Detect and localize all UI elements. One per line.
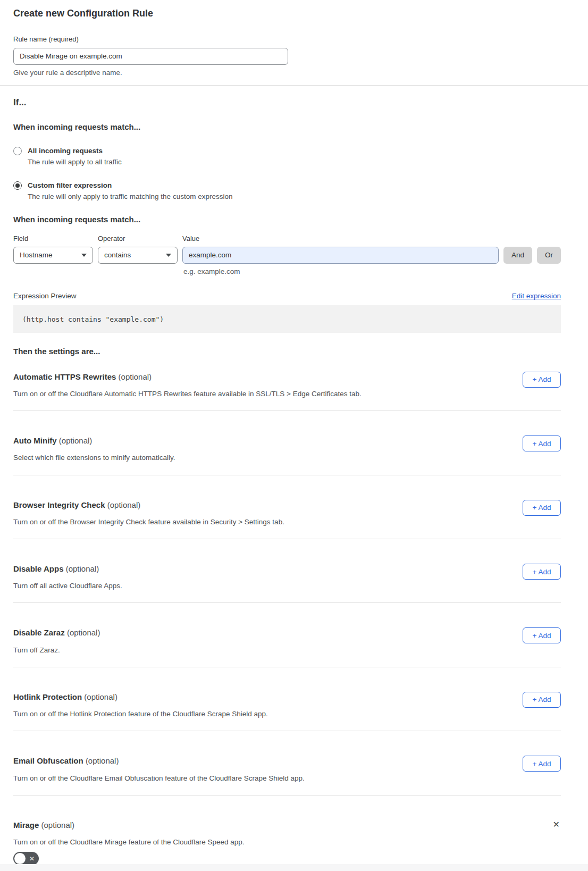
radio-button-selected-icon[interactable] — [13, 181, 22, 190]
radio-label: All incoming requests — [28, 146, 122, 156]
radio-button-icon[interactable] — [13, 147, 22, 155]
setting-optional-label: (optional) — [84, 692, 117, 701]
rule-name-input[interactable]: Disable Mirage on example.com — [13, 48, 288, 65]
settings-list: Automatic HTTPS Rewrites (optional) Turn… — [13, 357, 561, 795]
value-label: Value — [182, 234, 499, 244]
toggle-knob — [14, 853, 26, 864]
value-input[interactable]: example.com — [182, 247, 499, 264]
edit-expression-link[interactable]: Edit expression — [512, 291, 561, 301]
rule-name-help: Give your rule a descriptive name. — [13, 68, 561, 78]
match-heading: When incoming requests match... — [13, 122, 561, 132]
setting-title: Disable Apps — [13, 564, 63, 573]
radio-description: The rule will apply to all traffic — [28, 157, 122, 167]
setting-title: Email Obfuscation — [13, 756, 83, 765]
section-divider — [0, 85, 588, 86]
add-setting-button[interactable]: + Add — [523, 436, 561, 451]
add-setting-button[interactable]: + Add — [523, 756, 561, 772]
or-button[interactable]: Or — [537, 247, 561, 264]
setting-row: Automatic HTTPS Rewrites (optional) Turn… — [13, 357, 561, 411]
setting-title: Automatic HTTPS Rewrites — [13, 372, 116, 381]
field-select-value: Hostname — [20, 250, 53, 260]
rule-name-value: Disable Mirage on example.com — [20, 52, 122, 61]
rule-name-label: Rule name (required) — [13, 35, 561, 44]
setting-description: Turn off Zaraz. — [13, 646, 471, 655]
expression-builder-row: Field Hostname Operator contains Value e… — [13, 234, 561, 264]
operator-label: Operator — [98, 234, 178, 244]
page-title: Create new Configuration Rule — [13, 0, 561, 20]
expression-preview-code: (http.host contains "example.com") — [22, 315, 164, 324]
expression-preview-box: (http.host contains "example.com") — [13, 305, 561, 333]
add-setting-button[interactable]: + Add — [523, 500, 561, 516]
radio-description: The rule will only apply to traffic matc… — [28, 192, 232, 202]
setting-optional-label: (optional) — [66, 564, 99, 573]
setting-description: Turn on or off the Cloudflare Automatic … — [13, 389, 471, 399]
value-hint: e.g. example.com — [183, 267, 561, 277]
setting-row: Hotlink Protection (optional) Turn on or… — [13, 667, 561, 731]
add-setting-button[interactable]: + Add — [523, 692, 561, 708]
expression-builder-heading: When incoming requests match... — [13, 214, 561, 225]
setting-optional-label: (optional) — [107, 500, 141, 509]
field-label: Field — [13, 234, 93, 244]
toggle-off-x-icon: ✕ — [29, 856, 35, 862]
setting-row-mirage: Mirage (optional) ✕ Turn on or off the C… — [13, 795, 561, 865]
value-input-text: example.com — [189, 250, 231, 260]
operator-select[interactable]: contains — [98, 247, 178, 264]
setting-description: Select which file extensions to minify a… — [13, 453, 471, 463]
expression-preview-label: Expression Preview — [13, 291, 77, 301]
radio-label: Custom filter expression — [28, 181, 232, 190]
setting-optional-label: (optional) — [67, 628, 100, 637]
then-settings-heading: Then the settings are... — [13, 346, 561, 357]
create-configuration-rule-page: Create new Configuration Rule Rule name … — [0, 0, 588, 865]
setting-description: Turn on or off the Browser Integrity Che… — [13, 517, 471, 527]
setting-description: Turn on or off the Hotlink Protection fe… — [13, 709, 471, 719]
radio-option-all-incoming-requests[interactable]: All incoming requests The rule will appl… — [13, 146, 561, 167]
setting-title: Auto Minify — [13, 436, 57, 445]
operator-select-value: contains — [104, 250, 131, 260]
add-setting-button[interactable]: + Add — [523, 372, 561, 388]
setting-description: Turn on or off the Cloudflare Email Obfu… — [13, 774, 471, 783]
chevron-down-icon — [81, 254, 87, 257]
add-setting-button[interactable]: + Add — [523, 564, 561, 580]
setting-optional-label: (optional) — [119, 372, 152, 381]
setting-optional-label: (optional) — [41, 820, 75, 830]
radio-option-custom-filter-expression[interactable]: Custom filter expression The rule will o… — [13, 181, 561, 202]
next-section-edge — [0, 864, 588, 871]
setting-description: Turn on or off the Cloudflare Mirage fea… — [13, 838, 471, 847]
setting-optional-label: (optional) — [59, 436, 93, 445]
add-setting-button[interactable]: + Add — [523, 627, 561, 643]
setting-title: Hotlink Protection — [13, 692, 82, 701]
setting-optional-label: (optional) — [86, 756, 119, 765]
setting-title: Disable Zaraz — [13, 628, 65, 637]
mirage-toggle-off[interactable]: ✕ — [13, 852, 39, 865]
setting-row: Disable Apps (optional) Turn off all act… — [13, 539, 561, 603]
close-icon[interactable]: ✕ — [553, 820, 560, 829]
if-heading: If... — [13, 97, 561, 109]
setting-row: Email Obfuscation (optional) Turn on or … — [13, 731, 561, 795]
chevron-down-icon — [166, 254, 171, 257]
setting-row: Auto Minify (optional) Select which file… — [13, 411, 561, 475]
setting-title: Mirage — [13, 820, 39, 830]
setting-title: Browser Integrity Check — [13, 500, 105, 509]
setting-row: Disable Zaraz (optional) Turn off Zaraz.… — [13, 603, 561, 667]
setting-description: Turn off all active Cloudflare Apps. — [13, 581, 471, 591]
and-button[interactable]: And — [503, 247, 532, 264]
setting-row: Browser Integrity Check (optional) Turn … — [13, 475, 561, 539]
field-select[interactable]: Hostname — [13, 247, 93, 264]
